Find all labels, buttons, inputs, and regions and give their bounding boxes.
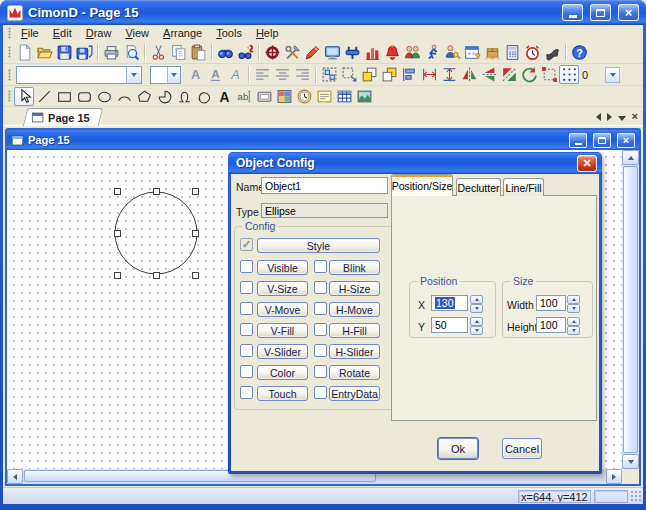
entrydata-checkbox[interactable] [314, 386, 327, 399]
paste-button[interactable] [188, 43, 208, 62]
arc-button[interactable] [114, 87, 134, 106]
polygon-button[interactable] [134, 87, 154, 106]
width-input[interactable]: 100 [536, 295, 566, 311]
dialog-close-button[interactable]: ✕ [577, 155, 597, 172]
height-spinner[interactable] [567, 317, 580, 333]
page-minimize-button[interactable] [569, 133, 587, 148]
toolbar-format-grip[interactable] [8, 69, 11, 81]
grid-size-dropdown[interactable] [605, 67, 620, 83]
rectangle-button[interactable] [54, 87, 74, 106]
transform-button[interactable] [539, 65, 559, 84]
ok-button[interactable]: Ok [438, 438, 478, 459]
alarm-button[interactable] [382, 43, 402, 62]
v-size-checkbox[interactable] [240, 281, 253, 294]
page-maximize-button[interactable] [593, 133, 611, 148]
selection-handle[interactable] [153, 188, 160, 195]
font-bold-a-button[interactable]: A [185, 65, 205, 84]
align-left-button[interactable] [252, 65, 272, 84]
new-button[interactable] [14, 43, 34, 62]
curve-button[interactable] [174, 87, 194, 106]
resize-grip[interactable] [630, 490, 642, 502]
selection-handle[interactable] [114, 230, 121, 237]
font-size-combo[interactable] [150, 66, 181, 84]
align-center-button[interactable] [272, 65, 292, 84]
canvas-shape-ellipse[interactable] [112, 189, 200, 277]
rounded-rectangle-button[interactable] [74, 87, 94, 106]
same-height-button[interactable] [439, 65, 459, 84]
tab-page-15[interactable]: Page 15 [23, 108, 103, 126]
timer-button[interactable] [522, 43, 542, 62]
closed-curve-button[interactable] [194, 87, 214, 106]
save-button[interactable] [54, 43, 74, 62]
h-move-checkbox[interactable] [314, 302, 327, 315]
visible-button[interactable]: Visible [257, 260, 308, 275]
scroll-down-button[interactable] [622, 454, 639, 469]
width-spinner[interactable] [567, 295, 580, 311]
font-underline-a-button[interactable]: A [205, 65, 225, 84]
save-all-button[interactable] [74, 43, 94, 62]
blink-checkbox[interactable] [314, 260, 327, 273]
font-combo-dropdown[interactable] [126, 67, 141, 83]
selection-handle[interactable] [192, 188, 199, 195]
height-input[interactable]: 100 [536, 317, 566, 333]
runner-button[interactable] [422, 43, 442, 62]
visible-checkbox[interactable] [240, 260, 253, 273]
h-fill-button[interactable]: H-Fill [329, 323, 380, 338]
menu-arrange[interactable]: Arrange [156, 26, 209, 40]
print-preview-button[interactable] [121, 43, 141, 62]
vertical-scrollbar[interactable] [622, 150, 639, 469]
clock-button[interactable] [294, 87, 314, 106]
select-button[interactable] [14, 87, 34, 106]
style-checkbox[interactable]: ✓ [240, 238, 253, 251]
copy-button[interactable] [168, 43, 188, 62]
spin-up[interactable] [567, 295, 580, 304]
v-slider-button[interactable]: V-Slider [257, 344, 308, 359]
tab-close-icon[interactable]: × [632, 111, 638, 122]
group-select-button[interactable] [319, 65, 339, 84]
menu-view[interactable]: View [118, 26, 156, 40]
align-right-button[interactable] [292, 65, 312, 84]
rotate-button[interactable]: Rotate [329, 365, 380, 380]
close-button[interactable]: × [618, 4, 639, 21]
same-width-button[interactable] [419, 65, 439, 84]
vertical-scroll-thumb[interactable] [623, 166, 638, 453]
blink-button[interactable]: Blink [329, 260, 380, 275]
font-combo[interactable] [16, 66, 142, 84]
bell-button[interactable] [542, 43, 562, 62]
tab-line-fill[interactable]: Line/Fill [503, 178, 544, 196]
users-button[interactable] [402, 43, 422, 62]
marker-button[interactable] [302, 43, 322, 62]
h-move-button[interactable]: H-Move [329, 302, 380, 317]
color-button[interactable]: Color [257, 365, 308, 380]
package-button[interactable] [482, 43, 502, 62]
spin-up[interactable] [470, 317, 483, 326]
user-key-button[interactable] [442, 43, 462, 62]
v-fill-checkbox[interactable] [240, 323, 253, 336]
v-move-button[interactable]: V-Move [257, 302, 308, 317]
rotate-checkbox[interactable] [314, 365, 327, 378]
calculator-button[interactable] [502, 43, 522, 62]
spin-up[interactable] [567, 317, 580, 326]
scroll-left-button[interactable] [7, 469, 23, 484]
tools-button[interactable] [282, 43, 302, 62]
spin-down[interactable] [470, 304, 483, 313]
tab-scroll-right-icon[interactable] [607, 113, 612, 121]
send-back-button[interactable] [379, 65, 399, 84]
ellipse-button[interactable] [94, 87, 114, 106]
bring-front-button[interactable] [359, 65, 379, 84]
h-size-button[interactable]: H-Size [329, 281, 380, 296]
bar-chart-button[interactable] [362, 43, 382, 62]
tab-position-size[interactable]: Position/Size [391, 174, 453, 196]
touch-button[interactable]: Touch [257, 386, 308, 401]
spin-down[interactable] [567, 326, 580, 335]
open-button[interactable] [34, 43, 54, 62]
screen-button[interactable] [322, 43, 342, 62]
v-fill-button[interactable]: V-Fill [257, 323, 308, 338]
find-button[interactable] [215, 43, 235, 62]
cancel-button[interactable]: Cancel [502, 438, 542, 459]
v-size-button[interactable]: V-Size [257, 281, 308, 296]
selection-handle[interactable] [114, 188, 121, 195]
cut-button[interactable] [148, 43, 168, 62]
spin-down[interactable] [567, 304, 580, 313]
plug-button[interactable] [342, 43, 362, 62]
